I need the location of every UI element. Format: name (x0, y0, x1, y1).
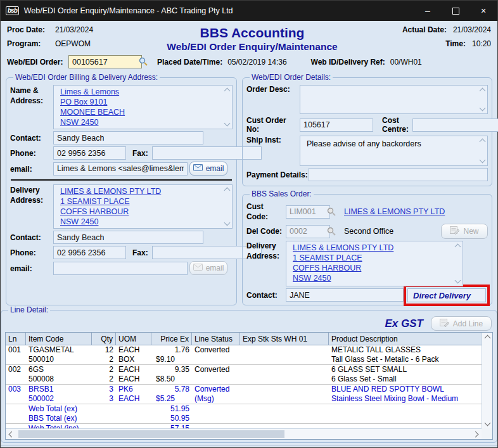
scroll-up-icon[interactable] (224, 188, 231, 194)
delivery-contact-input[interactable] (53, 231, 203, 244)
scroll-up-icon[interactable] (484, 335, 490, 342)
table-row[interactable]: 5000023EACH$5.25(Msg)Stainless Steel Mix… (6, 394, 482, 404)
line-table-header: Ln Item Code Qty UOM Price Ex Line Statu… (6, 333, 482, 345)
webedi-order-label: Web/EDI Order: (7, 58, 68, 67)
app-title: BBS Accounting (150, 25, 355, 41)
add-line-form-icon (440, 319, 450, 329)
table-vertical-scrollbar[interactable] (482, 333, 492, 428)
header-title: BBS Accounting Web/EDI Order Enquiry/Mai… (150, 25, 355, 53)
cell-exp-stk (240, 374, 329, 384)
scrollbar-corner (482, 428, 492, 439)
billing-contact-input[interactable] (53, 131, 203, 144)
total-row: BBS Total (ex)50.95 (6, 414, 482, 423)
scroll-down-icon[interactable] (480, 157, 486, 163)
cell-item-code: 500010 (26, 355, 92, 364)
header-left: Proc Date:21/03/2024 Program:OEPWOM (7, 25, 150, 53)
close-window-button[interactable]: × (469, 1, 497, 21)
bbs-delivery-link[interactable]: NSW 2450 (293, 273, 331, 283)
cell-price-ex: 9.35 (151, 365, 192, 374)
delivery-address-link[interactable]: NSW 2450 (60, 217, 98, 227)
payment-details-input[interactable] (309, 168, 488, 181)
cust-code-input (286, 205, 330, 219)
cell-description: 6 GLASS SET SMALL (329, 365, 482, 374)
scroll-down-icon[interactable] (224, 120, 231, 127)
red-annotation-box: Direct Delivery (404, 285, 490, 306)
scroll-down-icon[interactable] (224, 220, 231, 226)
table-row[interactable]: 001TGASMETAL12EACH1.76ConvertedMETALIC T… (6, 345, 482, 355)
bbs-delivery-address-box: LIMES & LEMONS PTY LTD 1 SEAMIST PLACE C… (286, 241, 463, 286)
billing-address-link[interactable]: PO Box 9101 (60, 97, 107, 107)
new-delivery-button: New (441, 224, 488, 239)
billing-address-link[interactable]: Limes & Lemons (60, 87, 119, 97)
scroll-left-icon[interactable] (9, 431, 15, 437)
cell-line-status: Converted (192, 385, 240, 394)
billing-email-input[interactable] (53, 162, 188, 176)
cell-ln: 002 (6, 365, 26, 374)
delivery-email-input[interactable] (53, 262, 188, 275)
group-line-detail-title: Line Detail: (8, 305, 50, 314)
bbs-delivery-link[interactable]: COFFS HARBOUR (293, 263, 361, 273)
scroll-up-icon[interactable] (480, 88, 486, 94)
cell-line-status: Converted (192, 345, 240, 355)
scroll-down-icon[interactable] (455, 278, 461, 284)
header: Proc Date:21/03/2024 Program:OEPWOM BBS … (1, 21, 497, 54)
cell-price-ex: 1.76 (151, 345, 192, 355)
delivery-address-link[interactable]: COFFS HARBOUR (60, 207, 129, 217)
group-order-details: Web/EDI Order Details: Order Desc: Cust … (242, 73, 492, 186)
billing-phone-input[interactable] (53, 146, 126, 160)
bbs-delivery-link[interactable]: 1 SEAMIST PLACE (293, 253, 362, 263)
cost-centre-input[interactable] (412, 118, 498, 132)
ship-inst-box[interactable]: Please advise of any backorders (300, 136, 488, 166)
cell-uom: EACH (116, 365, 151, 374)
table-row[interactable]: 0026GS2EACH9.35Converted6 GLASS SET SMAL… (6, 364, 482, 374)
scroll-down-icon[interactable] (484, 420, 490, 426)
email-icon (193, 164, 203, 173)
table-horizontal-scrollbar[interactable] (6, 428, 482, 439)
table-row[interactable]: 003BRSB13PK65.78ConvertedBLUE AND RED SP… (6, 384, 482, 394)
billing-address-link[interactable]: MOONEE BEACH (60, 107, 125, 117)
delivery-address-link[interactable]: 1 SEAMIST PLACE (60, 196, 130, 207)
name-address-label: Name &Address: (10, 85, 53, 106)
webedi-order-input[interactable] (68, 55, 142, 68)
scroll-down-icon[interactable] (480, 105, 486, 112)
bbs-delivery-link[interactable]: LIMES & LEMONS PTY LTD (293, 243, 393, 253)
screen-title: Web/EDI Order Enquiry/Maintenance (150, 41, 355, 53)
add-line-button: Add Line (431, 316, 492, 331)
cell-exp-stk (240, 385, 329, 394)
cust-name-link[interactable]: LIMES & LEMONS PTY LTD (344, 207, 445, 216)
actual-date-value: 21/03/2024 (453, 25, 491, 34)
order-search-icon[interactable] (139, 57, 148, 68)
delivery-contact-label: Contact: (10, 232, 53, 243)
scroll-right-icon[interactable] (473, 431, 479, 437)
group-billing-delivery: Web/EDI Order Billing & Delivery Address… (6, 73, 237, 305)
table-row[interactable]: 5000102BOX$9.10Tall Glass Set - Metalic … (6, 355, 482, 364)
col-header-line-status: Line Status (192, 333, 240, 345)
direct-delivery-field: Direct Delivery (407, 288, 486, 302)
program-value: OEPWOM (55, 39, 91, 48)
col-header-qty: Qty (92, 333, 116, 345)
total-value: 50.95 (151, 414, 192, 423)
cell-line-status (192, 374, 240, 384)
billing-email-button[interactable]: email (189, 162, 227, 176)
delivery-phone-label: Phone: (10, 247, 53, 258)
delivery-phone-input[interactable] (53, 246, 126, 259)
scroll-up-icon[interactable] (224, 88, 231, 94)
scroll-up-icon[interactable] (480, 139, 486, 145)
total-label: BBS Total (ex) (26, 414, 151, 423)
bbs-contact-input[interactable] (286, 288, 404, 302)
cell-ln: 003 (6, 385, 26, 394)
table-row[interactable]: 5000082EACH$8.506 Glass Set - Small (6, 374, 482, 384)
minimize-button[interactable]: – (414, 1, 442, 21)
billing-email-label: email: (10, 163, 53, 174)
col-header-price-ex: Price Ex (151, 333, 192, 345)
order-desc-box[interactable] (300, 85, 488, 114)
col-header-uom: UOM (116, 333, 151, 345)
total-label: Web Total (ex) (26, 404, 151, 414)
cell-price-ex: $5.25 (151, 394, 192, 404)
scroll-up-icon[interactable] (455, 244, 461, 250)
billing-address-link[interactable]: NSW 2450 (60, 117, 98, 127)
maximize-button[interactable] (442, 1, 469, 21)
delivery-address-link[interactable]: LIMES & LEMONS PTY LTD (60, 186, 161, 196)
cust-order-no-input[interactable] (300, 118, 373, 132)
scrollbar-thumb[interactable] (18, 430, 284, 438)
